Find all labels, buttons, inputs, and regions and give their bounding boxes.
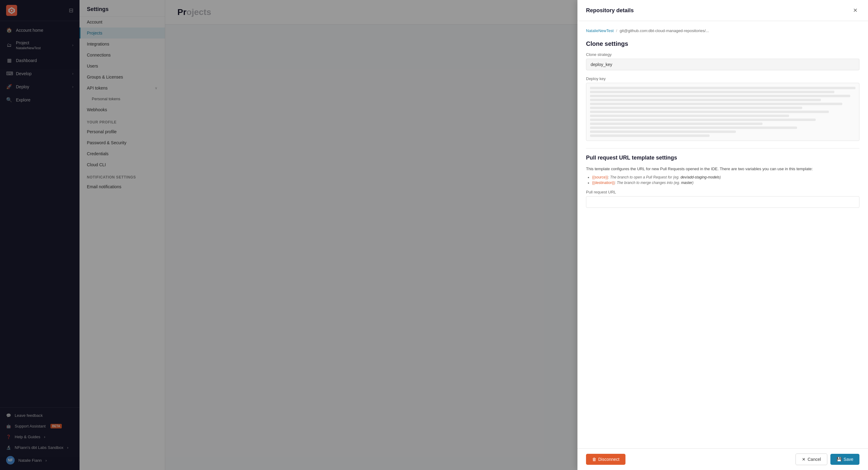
bullet-item-source: {{source}}: The branch to open a Pull Re… [592, 175, 860, 179]
key-line [590, 114, 789, 117]
key-line [590, 123, 763, 125]
clone-strategy-value: deploy_key [586, 59, 860, 70]
deploy-key-label: Deploy key [586, 76, 860, 81]
repository-details-modal: Repository details ✕ NatalieNewTest / gi… [578, 0, 868, 470]
bullet-item-destination: {{destination}}: The branch to merge cha… [592, 180, 860, 185]
key-line [590, 111, 829, 113]
cancel-button[interactable]: ✕ Cancel [796, 454, 827, 465]
key-line [590, 99, 821, 101]
key-line [590, 87, 856, 89]
close-modal-button[interactable]: ✕ [851, 6, 860, 15]
var-source: {{source}} [592, 175, 608, 179]
bullet-text-destination: : The branch to merge changes into (eg. [615, 180, 681, 185]
pull-request-heading: Pull request URL template settings [586, 155, 860, 161]
clone-settings-heading: Clone settings [586, 40, 860, 47]
clone-settings-section: Clone settings Clone strategy deploy_key… [586, 40, 860, 141]
save-label: Save [843, 457, 853, 462]
disconnect-label: Disconnect [598, 457, 619, 462]
key-line [590, 119, 816, 121]
pull-request-bullets: {{source}}: The branch to open a Pull Re… [586, 175, 860, 185]
breadcrumb-current: git@github.com:dbt-cloud-managed-reposit… [620, 28, 709, 33]
pull-request-url-label: Pull request URL [586, 190, 860, 194]
modal-footer: 🗑 Disconnect ✕ Cancel 💾 Save [578, 448, 868, 470]
clone-strategy-label: Clone strategy [586, 52, 860, 57]
pull-request-section: Pull request URL template settings This … [586, 155, 860, 208]
pull-request-url-input[interactable] [586, 196, 860, 208]
key-line [590, 134, 710, 137]
cancel-label: Cancel [807, 457, 821, 462]
var-destination: {{destination}} [592, 180, 615, 185]
bullet-end-destination: ) [692, 180, 694, 185]
modal-header: Repository details ✕ [578, 0, 868, 21]
disconnect-button[interactable]: 🗑 Disconnect [586, 454, 625, 465]
section-divider [586, 148, 860, 148]
modal-body: NatalieNewTest / git@github.com:dbt-clou… [578, 21, 868, 448]
key-line [590, 127, 797, 129]
key-line [590, 95, 850, 97]
key-line [590, 131, 736, 133]
modal-overlay: Repository details ✕ NatalieNewTest / gi… [0, 0, 868, 470]
key-line [590, 107, 802, 109]
breadcrumb-separator: / [616, 28, 617, 33]
example-destination: master [681, 180, 692, 185]
deploy-key-box [586, 83, 860, 141]
cancel-icon: ✕ [802, 457, 806, 462]
modal-title: Repository details [586, 7, 634, 14]
key-line [590, 91, 834, 93]
example-source: dev/add-staging-models [681, 175, 720, 179]
modal-footer-right: ✕ Cancel 💾 Save [796, 454, 860, 465]
breadcrumb: NatalieNewTest / git@github.com:dbt-clou… [586, 28, 860, 33]
pull-request-description: This template configures the URL for new… [586, 166, 860, 172]
save-icon: 💾 [837, 457, 842, 462]
breadcrumb-parent[interactable]: NatalieNewTest [586, 28, 614, 33]
disconnect-icon: 🗑 [592, 457, 596, 462]
bullet-text-source: : The branch to open a Pull Request for … [608, 175, 681, 179]
save-button[interactable]: 💾 Save [830, 454, 860, 465]
key-line [590, 103, 842, 105]
bullet-end-source: ) [720, 175, 721, 179]
